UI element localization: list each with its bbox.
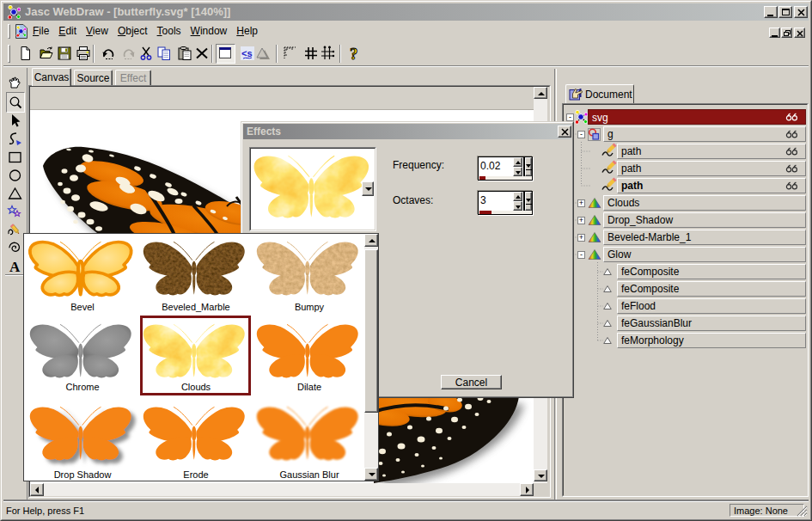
- svg-text:?: ?: [350, 45, 358, 63]
- svg-text:A: A: [9, 259, 21, 275]
- svg-text:<s: <s: [241, 48, 253, 58]
